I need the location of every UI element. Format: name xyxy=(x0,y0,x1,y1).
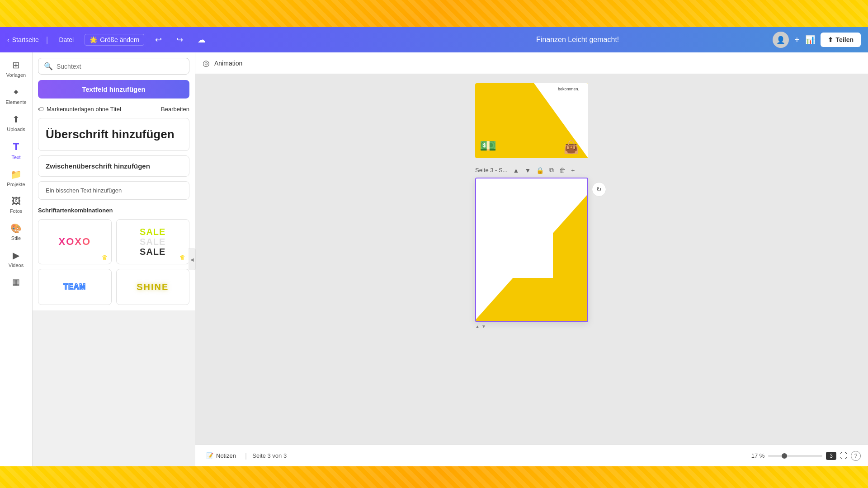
sidebar-label-vorlagen: Vorlagen xyxy=(6,72,26,78)
page-nav-up[interactable]: ▲ xyxy=(475,324,480,329)
sidebar-item-uploads[interactable]: ⬆ Uploads xyxy=(2,110,31,136)
left-panel: 🔍 Textfeld hinzufügen 🏷 Markenunterlagen… xyxy=(33,52,195,310)
font-combo-sale[interactable]: SALE SALE SALE ♛ xyxy=(116,219,190,264)
stats-button[interactable]: 📊 xyxy=(805,35,815,45)
animation-icon: ◎ xyxy=(203,58,210,68)
share-icon: ⬆ xyxy=(828,36,833,43)
header-right: 👤 + 📊 ⬆ Teilen xyxy=(773,32,861,48)
team-text: TEAM xyxy=(64,283,86,291)
page-3-thumbnail[interactable]: bekommen. 💵 👜 xyxy=(475,83,588,158)
sale-text: SALE SALE SALE xyxy=(140,227,165,257)
page-info: Seite 3 von 3 xyxy=(252,452,287,459)
projekte-icon: 📁 xyxy=(10,169,22,180)
undo-icon: ↩ xyxy=(155,35,162,44)
canvas-white-area xyxy=(476,178,553,278)
hide-panel-icon: ◀ xyxy=(190,257,194,262)
crown-icon-1: ♛ xyxy=(102,254,108,261)
add-collaborator-button[interactable]: + xyxy=(794,35,800,45)
heading-block[interactable]: Überschrift hinzufügen xyxy=(38,118,189,151)
cloud-save-button[interactable]: ☁ xyxy=(194,33,209,47)
canvas-area: ◎ Animation bekommen. 💵 👜 Seite 3 - S... xyxy=(195,52,868,466)
size-button[interactable]: 🌟 Größe ändern xyxy=(85,34,144,46)
fullscreen-button[interactable]: ⛶ xyxy=(840,452,847,460)
page-nav-down[interactable]: ▼ xyxy=(481,324,486,329)
sidebar: ⊞ Vorlagen ✦ Elemente ⬆ Uploads T Text 📁… xyxy=(0,52,33,466)
brand-left: 🏷 Markenunterlagen ohne Titel xyxy=(38,106,121,113)
heading-text: Überschrift hinzufügen xyxy=(46,127,182,141)
redo-button[interactable]: ↪ xyxy=(173,33,187,47)
shine-text: SHINE xyxy=(137,282,169,292)
hide-panel-button[interactable]: ◀ xyxy=(189,249,196,270)
cloud-icon: ☁ xyxy=(198,35,206,44)
notes-button[interactable]: 📝 Notizen xyxy=(203,450,240,461)
page-up-button[interactable]: ▲ xyxy=(511,166,521,175)
page-add-button[interactable]: + xyxy=(569,166,576,175)
page-number-box: 3 xyxy=(826,452,836,460)
sidebar-label-text: Text xyxy=(11,155,20,160)
main-canvas[interactable] xyxy=(475,178,588,322)
font-combos-row2: TEAM SHINE xyxy=(38,269,189,305)
bottom-decorative-bar xyxy=(0,466,868,488)
body-text: Ein bisschen Text hinzufügen xyxy=(46,187,182,194)
uploads-icon: ⬆ xyxy=(12,114,20,125)
thumb-text: bekommen. xyxy=(558,87,579,91)
sidebar-item-stile[interactable]: 🎨 Stile xyxy=(2,219,31,244)
sidebar-item-pattern[interactable]: ▦ xyxy=(2,273,31,291)
subheading-block[interactable]: Zwischenüberschrift hinzufügen xyxy=(38,155,189,177)
zoom-slider[interactable] xyxy=(768,455,822,457)
page-3-top-wrapper: bekommen. 💵 👜 xyxy=(475,83,588,158)
refresh-button[interactable]: ↻ xyxy=(592,182,606,197)
canvas-scroll[interactable]: bekommen. 💵 👜 Seite 3 - S... ▲ ▼ 🔒 ⧉ 🗑 + xyxy=(195,74,868,445)
page-label-row: Seite 3 - S... ▲ ▼ 🔒 ⧉ 🗑 + xyxy=(475,165,576,175)
add-text-label: Textfeld hinzufügen xyxy=(82,85,146,93)
sale-line3: SALE xyxy=(140,247,165,257)
user-avatar[interactable]: 👤 xyxy=(773,32,789,48)
add-text-button[interactable]: Textfeld hinzufügen xyxy=(38,80,189,99)
brand-edit-button[interactable]: Bearbeiten xyxy=(161,106,189,113)
sidebar-item-projekte[interactable]: 📁 Projekte xyxy=(2,165,31,191)
font-combo-xoxo[interactable]: XOXO ♛ xyxy=(38,219,112,264)
sale-line2: SALE xyxy=(140,237,165,247)
font-combo-shine[interactable]: SHINE xyxy=(116,269,190,305)
crown-icon-2: ♛ xyxy=(179,254,185,261)
thumb-bag-emoji: 👜 xyxy=(563,140,579,155)
size-label: Größe ändern xyxy=(100,36,139,43)
header-toolbar: ‹ Startseite | Datei 🌟 Größe ändern ↩ ↪ … xyxy=(0,27,868,52)
body-block[interactable]: Ein bisschen Text hinzufügen xyxy=(38,181,189,200)
status-bar: 📝 Notizen | Seite 3 von 3 17 % 3 ⛶ xyxy=(195,445,868,466)
sidebar-label-stile: Stile xyxy=(11,235,21,241)
stats-icon: 📊 xyxy=(805,35,815,44)
sidebar-label-videos: Videos xyxy=(9,263,24,268)
font-combo-team[interactable]: TEAM xyxy=(38,269,112,305)
sidebar-item-vorlagen[interactable]: ⊞ Vorlagen xyxy=(2,56,31,81)
sidebar-item-text[interactable]: T Text xyxy=(2,137,31,164)
home-label: Startseite xyxy=(12,36,39,43)
project-title: Finanzen Leicht gemacht! xyxy=(390,36,765,44)
datei-button[interactable]: Datei xyxy=(56,34,78,45)
notes-icon: 📝 xyxy=(206,452,213,459)
pattern-icon: ▦ xyxy=(12,277,20,287)
page-down-button[interactable]: ▼ xyxy=(523,166,533,175)
top-decorative-bar xyxy=(0,0,868,27)
sidebar-item-fotos[interactable]: 🖼 Fotos xyxy=(2,192,31,217)
status-divider: | xyxy=(245,452,247,460)
elemente-icon: ✦ xyxy=(12,87,20,98)
fullscreen-icon: ⛶ xyxy=(840,452,847,460)
page-copy-button[interactable]: ⧉ xyxy=(547,165,556,175)
thumb-triangle xyxy=(534,83,588,158)
page-lock-button[interactable]: 🔒 xyxy=(534,166,546,175)
home-chevron-icon: ‹ xyxy=(7,36,9,43)
sidebar-item-elemente[interactable]: ✦ Elemente xyxy=(2,83,31,108)
sidebar-item-videos[interactable]: ▶ Videos xyxy=(2,246,31,272)
undo-button[interactable]: ↩ xyxy=(151,33,165,47)
page-label: Seite 3 - S... xyxy=(475,167,508,174)
help-button[interactable]: ? xyxy=(851,451,861,461)
share-button[interactable]: ⬆ Teilen xyxy=(821,33,861,47)
page-delete-button[interactable]: 🗑 xyxy=(557,166,567,175)
notes-label: Notizen xyxy=(216,452,236,459)
home-button[interactable]: ‹ Startseite xyxy=(7,36,39,43)
search-input[interactable] xyxy=(57,63,184,70)
size-icon: 🌟 xyxy=(90,36,97,43)
brand-row: 🏷 Markenunterlagen ohne Titel Bearbeiten xyxy=(38,106,189,113)
subheading-text: Zwischenüberschrift hinzufügen xyxy=(46,162,182,170)
